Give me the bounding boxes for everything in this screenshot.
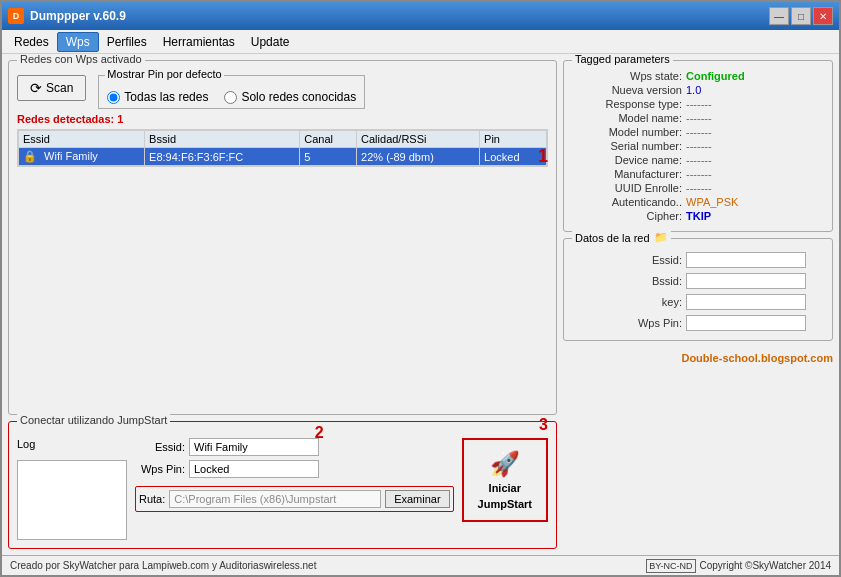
menu-update[interactable]: Update (243, 33, 298, 51)
datos-key-row: key: (572, 293, 824, 311)
close-button[interactable]: ✕ (813, 7, 833, 25)
examinar-button[interactable]: Examinar (385, 490, 449, 508)
col-pin: Pin (480, 131, 547, 148)
website-link: Double-school.blogspot.com (681, 352, 833, 364)
right-panel: Tagged parameters Wps state: Configured … (563, 60, 833, 549)
datos-bssid-label: Bssid: (572, 275, 682, 287)
copyright-text: Copyright ©SkyWatcher 2014 (700, 560, 832, 571)
window-title: Dumppper v.60.9 (30, 9, 126, 23)
cipher-row: Cipher: TKIP (572, 209, 824, 223)
jumpstart-icon: 🚀 (490, 450, 520, 478)
datos-bssid-input[interactable] (686, 273, 806, 289)
connect-group: Conectar utilizando JumpStart Log Essid:… (8, 421, 557, 549)
col-bssid: Bssid (145, 131, 300, 148)
tagged-params-group: Tagged parameters Wps state: Configured … (563, 60, 833, 232)
datos-wpspin-row: Wps Pin: (572, 314, 824, 332)
autenticando-label: Autenticando.. (572, 196, 682, 208)
folder-icon: 📁 (654, 231, 668, 244)
scan-icon: ⟳ (30, 80, 42, 96)
uuid-label: UUID Enrolle: (572, 182, 682, 194)
title-controls: — □ ✕ (769, 7, 833, 25)
menu-wps[interactable]: Wps (57, 32, 99, 52)
col-canal: Canal (300, 131, 357, 148)
watermark: Double-school.blogspot.com (563, 351, 833, 365)
serial-number-value: ------- (686, 140, 712, 152)
datos-essid-row: Essid: (572, 251, 824, 269)
connect-label: Conectar utilizando JumpStart (17, 414, 170, 426)
response-type-value: ------- (686, 98, 712, 110)
minimize-button[interactable]: — (769, 7, 789, 25)
col-calidad: Calidad/RSSi (357, 131, 480, 148)
essid-field-label: Essid: (135, 441, 185, 453)
cell-pin: Locked (480, 148, 547, 166)
radio-known-networks[interactable]: Solo redes conocidas (224, 90, 356, 104)
log-area (17, 460, 127, 540)
autenticando-value: WPA_PSK (686, 196, 738, 208)
tagged-params-label: Tagged parameters (572, 54, 673, 65)
essid-input[interactable] (189, 438, 319, 456)
ruta-row: Ruta: Examinar (135, 486, 454, 512)
manufacturer-label: Manufacturer: (572, 168, 682, 180)
datos-wpspin-input[interactable] (686, 315, 806, 331)
model-number-row: Model number: ------- (572, 125, 824, 139)
radio-all-networks[interactable]: Todas las redes (107, 90, 208, 104)
manufacturer-value: ------- (686, 168, 712, 180)
model-name-label: Model name: (572, 112, 682, 124)
wps-state-value: Configured (686, 70, 745, 82)
left-panel: Redes con Wps activado ⟳ Scan Mostrar Pi… (8, 60, 557, 549)
status-bar: Creado por SkyWatcher para Lampiweb.com … (2, 555, 839, 575)
num3-badge: 3 (539, 416, 548, 434)
cell-essid: 🔒 Wifi Family (19, 148, 145, 166)
jumpstart-button[interactable]: 🚀 Iniciar JumpStart (462, 438, 548, 522)
datos-bssid-row: Bssid: (572, 272, 824, 290)
cipher-value: TKIP (686, 210, 711, 222)
essid-row: Essid: (135, 438, 454, 456)
ruta-label: Ruta: (139, 493, 165, 505)
menu-perfiles[interactable]: Perfiles (99, 33, 155, 51)
uuid-row: UUID Enrolle: ------- (572, 181, 824, 195)
main-content: Redes con Wps activado ⟳ Scan Mostrar Pi… (2, 54, 839, 555)
model-number-value: ------- (686, 126, 712, 138)
maximize-button[interactable]: □ (791, 7, 811, 25)
model-name-row: Model name: ------- (572, 111, 824, 125)
serial-number-row: Serial number: ------- (572, 139, 824, 153)
redes-count: Redes detectadas: 1 (17, 113, 548, 125)
show-pin-label: Mostrar Pin por defecto (105, 68, 223, 80)
table-row[interactable]: 🔒 Wifi Family E8:94:F6:F3:6F:FC 5 22% (-… (19, 148, 547, 166)
cell-canal: 5 (300, 148, 357, 166)
wps-state-row: Wps state: Configured (572, 69, 824, 83)
log-section: Log (17, 438, 127, 540)
device-name-label: Device name: (572, 154, 682, 166)
autenticando-row: Autenticando.. WPA_PSK (572, 195, 824, 209)
num2-badge: 2 (315, 424, 324, 442)
cell-calidad: 22% (-89 dbm) (357, 148, 480, 166)
nueva-version-row: Nueva version 1.0 (572, 83, 824, 97)
lock-icon: 🔒 (23, 150, 37, 162)
network-table-wrapper: Essid Bssid Canal Calidad/RSSi Pin (17, 129, 548, 167)
nueva-version-value: 1.0 (686, 84, 701, 96)
cell-bssid: E8:94:F6:F3:6F:FC (145, 148, 300, 166)
wpspin-field-label: Wps Pin: (135, 463, 185, 475)
menu-redes[interactable]: Redes (6, 33, 57, 51)
datos-red-label: Datos de la red 📁 (572, 231, 671, 244)
menu-herramientas[interactable]: Herramientas (155, 33, 243, 51)
show-pin-group: Mostrar Pin por defecto Todas las redes … (98, 75, 365, 109)
wpspin-input[interactable] (189, 460, 319, 478)
response-type-row: Response type: ------- (572, 97, 824, 111)
cipher-label: Cipher: (572, 210, 682, 222)
datos-wpspin-label: Wps Pin: (572, 317, 682, 329)
uuid-value: ------- (686, 182, 712, 194)
response-type-label: Response type: (572, 98, 682, 110)
model-number-label: Model number: (572, 126, 682, 138)
datos-red-group: Datos de la red 📁 Essid: Bssid: key: (563, 238, 833, 341)
datos-key-input[interactable] (686, 294, 806, 310)
datos-essid-label: Essid: (572, 254, 682, 266)
jumpstart-label: Iniciar (489, 482, 521, 494)
status-text: Creado por SkyWatcher para Lampiweb.com … (10, 560, 316, 571)
model-name-value: ------- (686, 112, 712, 124)
scan-button[interactable]: ⟳ Scan (17, 75, 86, 101)
main-window: D Dumppper v.60.9 — □ ✕ Redes Wps Perfil… (0, 0, 841, 577)
datos-key-label: key: (572, 296, 682, 308)
ruta-input[interactable] (169, 490, 381, 508)
datos-essid-input[interactable] (686, 252, 806, 268)
